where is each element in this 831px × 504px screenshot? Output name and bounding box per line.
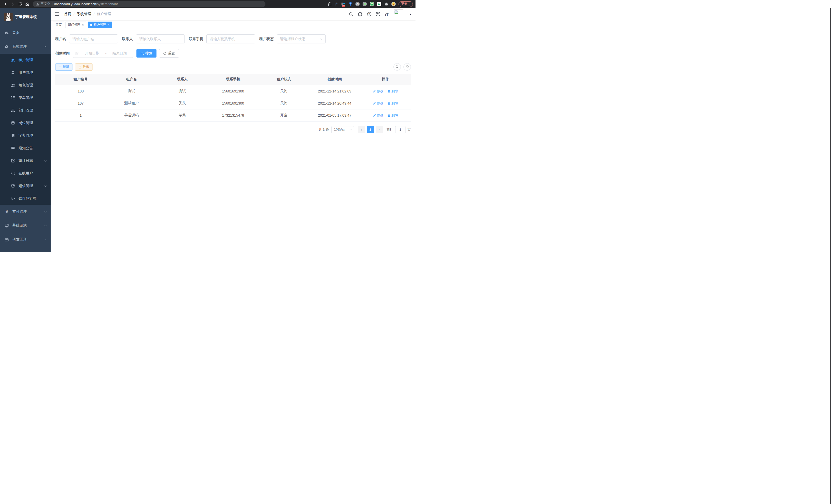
cell-contact: 秃头 <box>157 97 208 109</box>
browser-update-button[interactable]: 更新 <box>399 1 413 7</box>
sidebar-item-dict[interactable]: 字典管理 <box>0 129 51 142</box>
browser-reload-button[interactable] <box>17 1 23 7</box>
menu-label: 短信管理 <box>19 184 40 188</box>
search-icon[interactable] <box>349 12 353 17</box>
edit-label: 修改 <box>377 113 383 118</box>
tab-dept[interactable]: 部门管理 × <box>65 22 86 28</box>
browser-back-button[interactable] <box>3 1 9 7</box>
tab-label: 首页 <box>56 23 62 27</box>
reset-button[interactable]: 重置 <box>159 49 179 58</box>
bookmark-star-icon[interactable]: ☆ <box>335 2 338 6</box>
page-size-select[interactable]: 10条/页 <box>332 126 354 133</box>
close-icon[interactable]: × <box>108 23 110 27</box>
extension-y-icon[interactable]: Y <box>370 2 374 6</box>
current-page-button[interactable]: 1 <box>367 126 374 133</box>
tags-bar: 首页 部门管理 × 租户管理 × <box>51 21 416 29</box>
svg-text:?: ? <box>369 13 370 16</box>
sidebar-item-role[interactable]: 角色管理 <box>0 79 51 91</box>
sidebar-item-notice[interactable]: 通知公告 <box>0 142 51 154</box>
close-icon[interactable]: × <box>82 23 84 27</box>
cell-name: 测试 <box>106 85 157 97</box>
breadcrumb-separator: / <box>74 12 75 16</box>
edit-label: 修改 <box>377 101 383 106</box>
extension-pin-icon[interactable] <box>348 2 352 6</box>
breadcrumb-system[interactable]: 系统管理 <box>77 12 91 17</box>
sidebar-logo[interactable]: 芋道管理系统 <box>0 8 51 26</box>
sidebar: 芋道管理系统 首页 系统管理 <box>0 8 51 252</box>
sidebar-item-user[interactable]: 用户管理 <box>0 66 51 79</box>
extension-grid-icon[interactable] <box>341 2 345 6</box>
extensions-puzzle-icon[interactable] <box>384 2 389 6</box>
sidebar-collapse-button[interactable] <box>54 11 60 17</box>
add-button-label: 新增 <box>63 65 69 69</box>
edit-link[interactable]: 修改 <box>373 113 383 118</box>
browser-home-button[interactable] <box>24 1 30 7</box>
chevron-down-icon <box>44 210 47 213</box>
table-row: 108 测试 测试 15601691300 关闭 2021-12-14 21:0… <box>55 85 411 97</box>
breadcrumb-home[interactable]: 首页 <box>64 12 71 17</box>
search-button[interactable]: 搜索 <box>137 49 156 58</box>
delete-link[interactable]: 删除 <box>388 101 398 106</box>
browser-forward-button[interactable] <box>10 1 16 7</box>
show-search-button[interactable] <box>393 63 401 71</box>
status-select[interactable]: 请选择租户状态 <box>277 34 325 43</box>
cell-name: 芋道源码 <box>106 109 157 121</box>
share-icon[interactable] <box>328 2 332 6</box>
url-text[interactable]: dashboard.yudao.iocoder.cn/system/tenant <box>54 2 118 6</box>
delete-link[interactable]: 删除 <box>388 89 398 93</box>
next-page-button[interactable]: › <box>376 126 383 133</box>
edit-link[interactable]: 修改 <box>373 101 383 106</box>
trash-icon <box>388 114 391 117</box>
tenant-name-input[interactable] <box>69 34 118 43</box>
user-avatar[interactable] <box>394 9 403 19</box>
date-separator: - <box>105 51 107 56</box>
sidebar-item-home[interactable]: 首页 <box>0 26 51 40</box>
prev-page-button[interactable]: ‹ <box>358 126 365 133</box>
sidebar-item-audit-log[interactable]: 审计日志 <box>0 154 51 167</box>
sidebar-item-system[interactable]: 系统管理 <box>0 40 51 54</box>
export-button[interactable]: 导出 <box>75 63 92 71</box>
add-button[interactable]: 新增 <box>55 63 73 71</box>
security-warning[interactable]: 不安全 <box>36 2 50 6</box>
sidebar-item-dept[interactable]: 部门管理 <box>0 104 51 117</box>
github-icon[interactable] <box>358 12 363 17</box>
sidebar-item-infra[interactable]: 基础设施 <box>0 218 51 233</box>
extension-dot-icon[interactable] <box>363 2 367 6</box>
sidebar-item-error-code[interactable]: 错误码管理 <box>0 192 51 205</box>
contact-input[interactable] <box>136 34 185 43</box>
mobile-input[interactable] <box>206 34 255 43</box>
pagination-total: 共 3 条 <box>319 127 329 132</box>
sidebar-item-sms[interactable]: 短信管理 <box>0 180 51 192</box>
delete-link[interactable]: 删除 <box>388 113 398 118</box>
tab-label: 部门管理 <box>68 23 80 27</box>
tab-tenant[interactable]: 租户管理 × <box>88 22 112 28</box>
active-dot <box>90 24 92 26</box>
refresh-button[interactable] <box>403 63 411 71</box>
chrome-menu-icon[interactable] <box>409 2 410 6</box>
sidebar-item-menu[interactable]: 菜单管理 <box>0 91 51 104</box>
help-icon[interactable]: ? <box>367 12 372 17</box>
extension-command-icon[interactable]: ⌘ <box>355 2 360 6</box>
sidebar-item-online-users[interactable]: 在线用户 <box>0 167 51 180</box>
sidebar-item-tenant[interactable]: 租户管理 <box>0 54 51 66</box>
sidebar-item-post[interactable]: 岗位管理 <box>0 117 51 129</box>
extension-chat-icon[interactable] <box>377 2 381 6</box>
sidebar-menu: 首页 系统管理 租户管理 <box>0 26 51 246</box>
edit-link[interactable]: 修改 <box>373 89 383 93</box>
status-group: 租户状态 请选择租户状态 <box>259 34 325 43</box>
goto-page-input[interactable] <box>395 126 405 133</box>
profile-avatar-icon[interactable] <box>391 2 396 6</box>
tab-home[interactable]: 首页 <box>53 22 64 28</box>
avatar-caret-icon[interactable]: ▼ <box>409 13 412 16</box>
create-time-label: 创建时间 <box>55 51 69 56</box>
cell-id: 107 <box>55 97 106 109</box>
address-bar[interactable]: 不安全 dashboard.yudao.iocoder.cn/system/te… <box>33 1 265 7</box>
post-icon <box>11 121 15 125</box>
sidebar-item-pay[interactable]: ¥ 支付管理 <box>0 205 51 218</box>
font-size-icon[interactable]: ᴛT <box>385 12 389 17</box>
sidebar-item-devtools[interactable]: 研发工具 <box>0 233 51 246</box>
fullscreen-icon[interactable] <box>376 12 380 17</box>
date-range-picker[interactable]: 开始日期 - 结束日期 <box>73 49 133 58</box>
search-icon <box>141 52 144 55</box>
mobile-group: 联系手机 <box>189 34 255 43</box>
